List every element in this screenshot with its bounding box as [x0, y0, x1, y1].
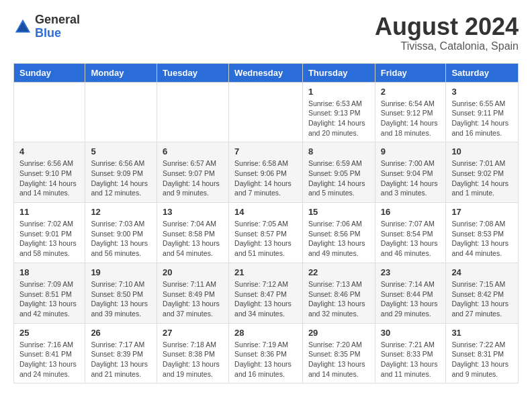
- calendar-cell: 14Sunrise: 7:05 AM Sunset: 8:57 PM Dayli…: [229, 203, 303, 263]
- calendar-cell: [14, 82, 85, 142]
- day-info: Sunrise: 7:09 AM Sunset: 8:51 PM Dayligh…: [19, 279, 79, 319]
- calendar-cell: 10Sunrise: 7:01 AM Sunset: 9:02 PM Dayli…: [446, 142, 519, 203]
- day-info: Sunrise: 6:56 AM Sunset: 9:09 PM Dayligh…: [91, 158, 151, 198]
- calendar-row: 4Sunrise: 6:56 AM Sunset: 9:10 PM Daylig…: [14, 142, 519, 203]
- calendar-cell: 7Sunrise: 6:58 AM Sunset: 9:06 PM Daylig…: [229, 142, 303, 203]
- day-number: 2: [381, 87, 441, 97]
- day-number: 23: [381, 267, 441, 277]
- day-info: Sunrise: 7:15 AM Sunset: 8:42 PM Dayligh…: [451, 279, 513, 319]
- calendar-row: 25Sunrise: 7:16 AM Sunset: 8:41 PM Dayli…: [14, 323, 519, 383]
- calendar-cell: 13Sunrise: 7:04 AM Sunset: 8:58 PM Dayli…: [157, 203, 229, 263]
- day-info: Sunrise: 7:16 AM Sunset: 8:41 PM Dayligh…: [19, 340, 79, 379]
- day-number: 25: [19, 328, 79, 338]
- day-info: Sunrise: 6:58 AM Sunset: 9:06 PM Dayligh…: [234, 158, 297, 198]
- day-info: Sunrise: 7:17 AM Sunset: 8:39 PM Dayligh…: [91, 340, 151, 379]
- calendar-cell: 5Sunrise: 6:56 AM Sunset: 9:09 PM Daylig…: [85, 142, 157, 203]
- day-number: 9: [381, 146, 441, 156]
- location: Tivissa, Catalonia, Spain: [375, 40, 519, 52]
- calendar-cell: [157, 82, 229, 142]
- day-info: Sunrise: 7:22 AM Sunset: 8:31 PM Dayligh…: [451, 340, 513, 379]
- day-number: 26: [91, 328, 151, 338]
- day-number: 19: [91, 267, 151, 277]
- weekday-header-cell: Friday: [375, 63, 446, 82]
- calendar-table: SundayMondayTuesdayWednesdayThursdayFrid…: [13, 63, 519, 384]
- calendar-cell: 26Sunrise: 7:17 AM Sunset: 8:39 PM Dayli…: [85, 323, 157, 383]
- day-info: Sunrise: 7:03 AM Sunset: 9:00 PM Dayligh…: [91, 219, 151, 259]
- calendar-row: 18Sunrise: 7:09 AM Sunset: 8:51 PM Dayli…: [14, 263, 519, 323]
- calendar-row: 11Sunrise: 7:02 AM Sunset: 9:01 PM Dayli…: [14, 203, 519, 263]
- weekday-header-cell: Sunday: [14, 63, 85, 82]
- day-number: 8: [308, 146, 369, 156]
- calendar-cell: 30Sunrise: 7:21 AM Sunset: 8:33 PM Dayli…: [375, 323, 446, 383]
- day-info: Sunrise: 6:54 AM Sunset: 9:12 PM Dayligh…: [381, 99, 441, 138]
- calendar-cell: 20Sunrise: 7:11 AM Sunset: 8:49 PM Dayli…: [157, 263, 229, 323]
- weekday-header-cell: Monday: [85, 63, 157, 82]
- weekday-header-cell: Tuesday: [157, 63, 229, 82]
- day-number: 5: [91, 146, 151, 156]
- day-info: Sunrise: 7:14 AM Sunset: 8:44 PM Dayligh…: [381, 279, 441, 319]
- weekday-header-row: SundayMondayTuesdayWednesdayThursdayFrid…: [14, 63, 519, 82]
- calendar-cell: 18Sunrise: 7:09 AM Sunset: 8:51 PM Dayli…: [14, 263, 85, 323]
- day-number: 3: [451, 87, 513, 97]
- day-number: 20: [163, 267, 223, 277]
- day-info: Sunrise: 7:20 AM Sunset: 8:35 PM Dayligh…: [308, 340, 369, 379]
- calendar-cell: 1Sunrise: 6:53 AM Sunset: 9:13 PM Daylig…: [302, 82, 375, 142]
- calendar-cell: 27Sunrise: 7:18 AM Sunset: 8:38 PM Dayli…: [157, 323, 229, 383]
- day-number: 4: [19, 146, 79, 156]
- logo-blue: Blue: [35, 26, 61, 40]
- calendar-cell: 2Sunrise: 6:54 AM Sunset: 9:12 PM Daylig…: [375, 82, 446, 142]
- calendar-cell: 23Sunrise: 7:14 AM Sunset: 8:44 PM Dayli…: [375, 263, 446, 323]
- day-number: 13: [163, 207, 223, 217]
- day-number: 22: [308, 267, 369, 277]
- day-info: Sunrise: 6:56 AM Sunset: 9:10 PM Dayligh…: [19, 158, 79, 198]
- day-info: Sunrise: 7:12 AM Sunset: 8:47 PM Dayligh…: [234, 279, 297, 319]
- day-info: Sunrise: 7:08 AM Sunset: 8:53 PM Dayligh…: [451, 219, 513, 259]
- day-info: Sunrise: 6:55 AM Sunset: 9:11 PM Dayligh…: [451, 99, 513, 138]
- calendar-body: 1Sunrise: 6:53 AM Sunset: 9:13 PM Daylig…: [14, 82, 519, 383]
- calendar-cell: 15Sunrise: 7:06 AM Sunset: 8:56 PM Dayli…: [302, 203, 375, 263]
- calendar-cell: [85, 82, 157, 142]
- day-number: 21: [234, 267, 297, 277]
- day-number: 16: [381, 207, 441, 217]
- day-number: 27: [163, 328, 223, 338]
- calendar-cell: 11Sunrise: 7:02 AM Sunset: 9:01 PM Dayli…: [14, 203, 85, 263]
- day-number: 10: [451, 146, 513, 156]
- day-number: 14: [234, 207, 297, 217]
- day-info: Sunrise: 7:05 AM Sunset: 8:57 PM Dayligh…: [234, 219, 297, 259]
- calendar-cell: 9Sunrise: 7:00 AM Sunset: 9:04 PM Daylig…: [375, 142, 446, 203]
- day-number: 6: [163, 146, 223, 156]
- calendar-cell: 3Sunrise: 6:55 AM Sunset: 9:11 PM Daylig…: [446, 82, 519, 142]
- calendar-cell: 24Sunrise: 7:15 AM Sunset: 8:42 PM Dayli…: [446, 263, 519, 323]
- logo-general: General: [35, 13, 80, 26]
- day-number: 30: [381, 328, 441, 338]
- day-info: Sunrise: 7:04 AM Sunset: 8:58 PM Dayligh…: [163, 219, 223, 259]
- day-info: Sunrise: 7:21 AM Sunset: 8:33 PM Dayligh…: [381, 340, 441, 379]
- calendar-cell: 8Sunrise: 6:59 AM Sunset: 9:05 PM Daylig…: [302, 142, 375, 203]
- day-number: 31: [451, 328, 513, 338]
- day-number: 7: [234, 146, 297, 156]
- calendar-cell: 4Sunrise: 6:56 AM Sunset: 9:10 PM Daylig…: [14, 142, 85, 203]
- day-info: Sunrise: 7:01 AM Sunset: 9:02 PM Dayligh…: [451, 158, 513, 198]
- day-number: 18: [19, 267, 79, 277]
- day-number: 24: [451, 267, 513, 277]
- day-number: 12: [91, 207, 151, 217]
- weekday-header-cell: Thursday: [302, 63, 375, 82]
- day-info: Sunrise: 7:10 AM Sunset: 8:50 PM Dayligh…: [91, 279, 151, 319]
- calendar-cell: 31Sunrise: 7:22 AM Sunset: 8:31 PM Dayli…: [446, 323, 519, 383]
- day-number: 15: [308, 207, 369, 217]
- day-number: 17: [451, 207, 513, 217]
- day-info: Sunrise: 7:11 AM Sunset: 8:49 PM Dayligh…: [163, 279, 223, 319]
- day-info: Sunrise: 7:07 AM Sunset: 8:54 PM Dayligh…: [381, 219, 441, 259]
- calendar-cell: [229, 82, 303, 142]
- calendar-cell: 12Sunrise: 7:03 AM Sunset: 9:00 PM Dayli…: [85, 203, 157, 263]
- calendar-cell: 29Sunrise: 7:20 AM Sunset: 8:35 PM Dayli…: [302, 323, 375, 383]
- calendar-cell: 22Sunrise: 7:13 AM Sunset: 8:46 PM Dayli…: [302, 263, 375, 323]
- logo-text: General Blue: [35, 13, 80, 40]
- day-info: Sunrise: 7:06 AM Sunset: 8:56 PM Dayligh…: [308, 219, 369, 259]
- calendar-cell: 28Sunrise: 7:19 AM Sunset: 8:36 PM Dayli…: [229, 323, 303, 383]
- day-info: Sunrise: 7:00 AM Sunset: 9:04 PM Dayligh…: [381, 158, 441, 198]
- weekday-header-cell: Saturday: [446, 63, 519, 82]
- weekday-header-cell: Wednesday: [229, 63, 303, 82]
- day-number: 28: [234, 328, 297, 338]
- logo-icon: [13, 17, 32, 36]
